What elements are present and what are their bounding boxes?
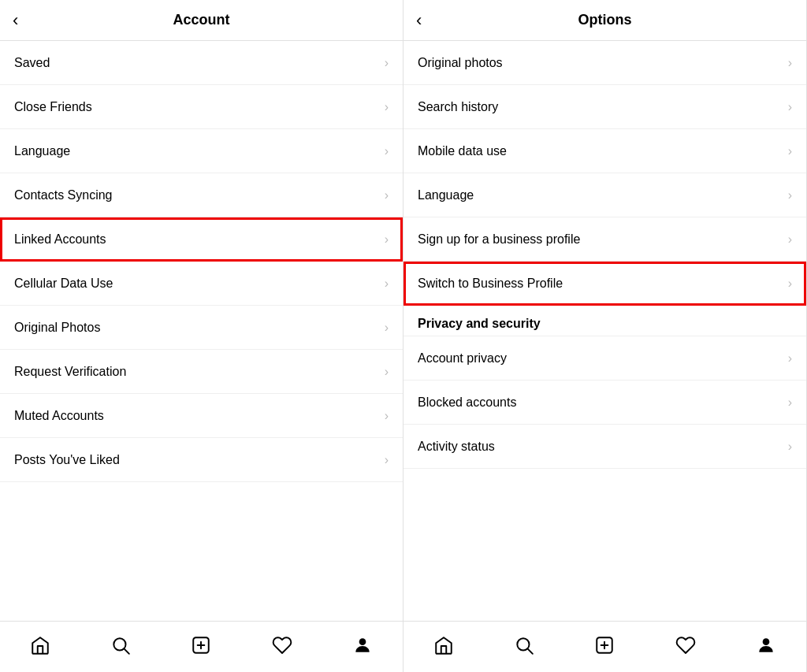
left-add-icon[interactable]	[185, 629, 217, 661]
right-header-title: Options	[578, 12, 632, 28]
left-search-icon[interactable]	[105, 629, 136, 661]
left-menu-item-language[interactable]: Language ›	[0, 129, 403, 173]
right-chevron-original-photos: ›	[788, 56, 792, 70]
left-chevron-muted-accounts: ›	[385, 409, 389, 423]
left-bottom-nav	[0, 621, 403, 672]
left-chevron-cellular-data-use: ›	[385, 277, 389, 291]
right-search-icon[interactable]	[508, 629, 540, 661]
right-menu-label-original-photos: Original photos	[418, 56, 503, 70]
right-menu-label-account-privacy: Account privacy	[418, 351, 507, 366]
left-menu-item-original-photos[interactable]: Original Photos ›	[0, 306, 403, 350]
left-menu-item-contacts-syncing[interactable]: Contacts Syncing ›	[0, 173, 403, 217]
right-chevron-switch-business: ›	[788, 277, 792, 291]
left-heart-icon[interactable]	[266, 629, 298, 661]
right-home-icon[interactable]	[428, 629, 459, 661]
left-menu-item-muted-accounts[interactable]: Muted Accounts ›	[0, 394, 403, 438]
right-menu-label-activity-status: Activity status	[418, 440, 495, 454]
right-header: ‹ Options	[404, 0, 806, 41]
right-chevron-activity-status: ›	[788, 440, 792, 454]
right-menu-label-language: Language	[418, 188, 474, 202]
left-menu-label-contacts-syncing: Contacts Syncing	[14, 188, 113, 202]
right-menu-label-search-history: Search history	[418, 100, 498, 114]
left-chevron-language: ›	[385, 144, 389, 158]
right-menu-item-activity-status[interactable]: Activity status ›	[404, 425, 806, 469]
right-menu-item-switch-business[interactable]: Switch to Business Profile ›	[404, 262, 806, 306]
right-menu-label-switch-business: Switch to Business Profile	[418, 277, 563, 291]
right-profile-icon[interactable]	[750, 629, 782, 661]
left-chevron-close-friends: ›	[385, 100, 389, 114]
left-menu-item-linked-accounts[interactable]: Linked Accounts ›	[0, 217, 403, 262]
right-section-privacy-security: Privacy and security	[404, 306, 806, 336]
left-chevron-posts-liked: ›	[385, 453, 389, 467]
left-menu-item-saved[interactable]: Saved ›	[0, 41, 403, 85]
right-menu-label-sign-up-business: Sign up for a business profile	[418, 232, 580, 247]
left-menu-label-muted-accounts: Muted Accounts	[14, 409, 104, 423]
right-panel: ‹ Options Original photos › Search histo…	[404, 0, 807, 672]
left-menu-label-request-verification: Request Verification	[14, 365, 126, 379]
left-home-icon[interactable]	[24, 629, 56, 661]
right-menu-label-mobile-data-use: Mobile data use	[418, 144, 507, 158]
left-menu-item-close-friends[interactable]: Close Friends ›	[0, 85, 403, 129]
left-menu-label-close-friends: Close Friends	[14, 100, 92, 114]
left-profile-icon[interactable]	[347, 629, 378, 661]
left-menu-item-cellular-data-use[interactable]: Cellular Data Use ›	[0, 262, 403, 306]
right-menu-item-original-photos[interactable]: Original photos ›	[404, 41, 806, 85]
svg-point-5	[359, 638, 366, 645]
right-menu-item-mobile-data-use[interactable]: Mobile data use ›	[404, 129, 806, 173]
right-menu-item-sign-up-business[interactable]: Sign up for a business profile ›	[404, 217, 806, 262]
right-menu-item-blocked-accounts[interactable]: Blocked accounts ›	[404, 381, 806, 425]
left-menu-label-language: Language	[14, 144, 70, 158]
right-heart-icon[interactable]	[670, 629, 701, 661]
right-back-button[interactable]: ‹	[416, 12, 422, 29]
left-menu-list: Saved › Close Friends › Language › Conta…	[0, 41, 403, 621]
left-menu-label-posts-liked: Posts You've Liked	[14, 453, 120, 467]
left-panel: ‹ Account Saved › Close Friends › Langua…	[0, 0, 404, 672]
right-bottom-nav	[404, 621, 806, 672]
left-header-title: Account	[173, 12, 230, 28]
left-menu-label-cellular-data-use: Cellular Data Use	[14, 277, 113, 291]
left-chevron-contacts-syncing: ›	[385, 188, 389, 202]
right-menu-list: Original photos › Search history › Mobil…	[404, 41, 806, 621]
svg-point-11	[763, 638, 770, 645]
right-chevron-account-privacy: ›	[788, 351, 792, 366]
right-menu-label-blocked-accounts: Blocked accounts	[418, 395, 516, 410]
left-chevron-linked-accounts: ›	[385, 232, 389, 247]
right-chevron-language: ›	[788, 188, 792, 202]
svg-line-1	[125, 649, 129, 654]
right-chevron-search-history: ›	[788, 100, 792, 114]
left-menu-item-request-verification[interactable]: Request Verification ›	[0, 350, 403, 394]
right-add-icon[interactable]	[589, 629, 620, 661]
right-menu-item-search-history[interactable]: Search history ›	[404, 85, 806, 129]
right-chevron-blocked-accounts: ›	[788, 395, 792, 410]
right-chevron-mobile-data-use: ›	[788, 144, 792, 158]
right-menu-item-language[interactable]: Language ›	[404, 173, 806, 217]
svg-line-7	[528, 649, 533, 654]
right-chevron-sign-up-business: ›	[788, 232, 792, 247]
left-menu-item-posts-liked[interactable]: Posts You've Liked ›	[0, 438, 403, 482]
left-header: ‹ Account	[0, 0, 403, 41]
left-back-button[interactable]: ‹	[13, 12, 18, 29]
right-menu-item-account-privacy[interactable]: Account privacy ›	[404, 336, 806, 381]
left-chevron-request-verification: ›	[385, 365, 389, 379]
left-menu-label-linked-accounts: Linked Accounts	[14, 232, 106, 247]
left-menu-label-original-photos: Original Photos	[14, 321, 100, 335]
left-menu-label-saved: Saved	[14, 56, 50, 70]
left-chevron-original-photos: ›	[385, 321, 389, 335]
left-chevron-saved: ›	[385, 56, 389, 70]
